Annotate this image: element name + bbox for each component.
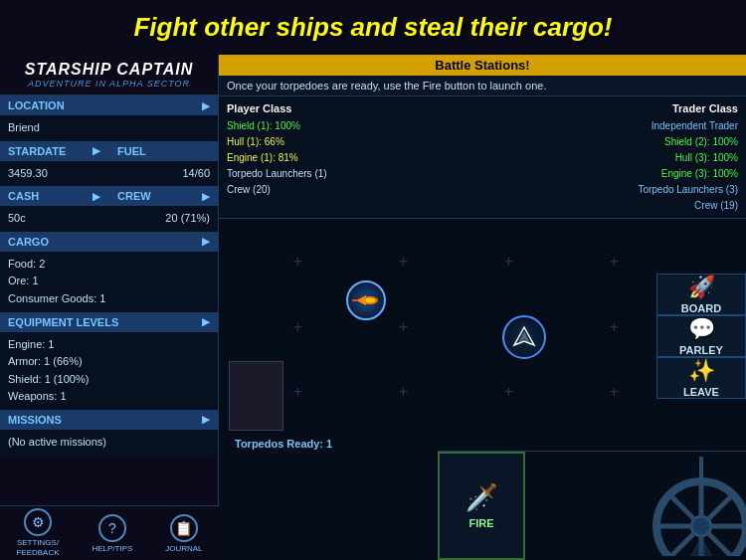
enemy-ship-container <box>502 315 546 359</box>
equipment-item-1: Armor: 1 (66%) <box>8 353 210 371</box>
fire-button[interactable]: 🗡️ FIRE <box>438 452 525 560</box>
settings-label: SETTINGS/FEEDBACK <box>16 538 59 557</box>
settings-button[interactable]: ⚙ SETTINGS/FEEDBACK <box>16 508 59 557</box>
trader-stats: Trader Class Independent Trader Shield (… <box>638 100 738 214</box>
player-stat-4: Crew (20) <box>227 182 327 198</box>
steering-wheel[interactable] <box>632 457 746 556</box>
crew-header[interactable]: CREW ▶ <box>109 186 218 206</box>
parley-icon: 💬 <box>688 316 715 342</box>
cash-header[interactable]: CASH ▶ <box>0 186 109 206</box>
stardate-fuel-content: 3459.30 14/60 <box>0 161 218 187</box>
cargo-item-1: Ore: 1 <box>8 273 210 290</box>
help-icon: ? <box>98 514 126 542</box>
player-stat-1: Hull (1): 66% <box>227 134 327 150</box>
cargo-item-2: Consumer Goods: 1 <box>8 290 210 308</box>
missions-content: (No active missions) <box>0 430 218 456</box>
equipment-content: Engine: 1 Armor: 1 (66%) Shield: 1 (100%… <box>0 332 218 410</box>
grid-cross: + <box>504 383 513 401</box>
location-content: Briend <box>0 115 218 141</box>
grid-cross: + <box>399 318 408 336</box>
headline: Fight other ships and steal their cargo! <box>133 12 612 43</box>
help-button[interactable]: ? HELP/TIPS <box>92 514 132 553</box>
cargo-content: Food: 2 Ore: 1 Consumer Goods: 1 <box>0 252 218 312</box>
cash-crew-content: 50c 20 (71%) <box>0 206 218 232</box>
board-icon: 🚀 <box>688 275 715 300</box>
location-arrow: ▶ <box>202 100 210 111</box>
journal-button[interactable]: 📋 JOURNAL <box>165 514 202 553</box>
enemy-ship <box>502 315 546 359</box>
equipment-item-3: Weapons: 1 <box>8 388 210 406</box>
missions-arrow: ▶ <box>202 414 210 425</box>
torpedo-icon <box>352 291 380 309</box>
trader-class-label: Trader Class <box>638 100 738 118</box>
fire-icon: 🗡️ <box>466 482 497 513</box>
torpedo-ready-text: Torpedos Ready: 1 <box>235 438 332 450</box>
missions-value: (No active missions) <box>8 434 210 452</box>
stats-row: Player Class Shield (1): 100% Hull (1): … <box>219 96 746 219</box>
journal-icon: 📋 <box>170 514 198 542</box>
equipment-item-0: Engine: 1 <box>8 336 210 354</box>
trader-stat-3: Torpedo Launchers (3) <box>638 182 738 198</box>
cash-value: 50c <box>8 210 26 228</box>
equipment-arrow: ▶ <box>202 316 210 327</box>
equipment-header[interactable]: EQUIPMENT LEVELS ▶ <box>0 312 218 332</box>
grid-cross: + <box>610 318 619 336</box>
location-header[interactable]: LOCATION ▶ <box>0 95 218 115</box>
grid-cross: + <box>293 253 302 271</box>
game-area: Battle Stations! Once your torpedoes are… <box>219 55 746 560</box>
helm-area <box>525 452 746 560</box>
crew-arrow: ▶ <box>202 191 210 202</box>
grid-cross: + <box>610 253 619 271</box>
svg-line-13 <box>669 533 694 556</box>
parley-label: PARLEY <box>679 344 723 356</box>
brand-title: STARSHIP CAPTAIN <box>8 61 210 79</box>
cargo-arrow: ▶ <box>202 236 210 247</box>
board-button[interactable]: 🚀 BOARD <box>656 274 746 315</box>
cargo-header[interactable]: CARGO ▶ <box>0 232 218 252</box>
leave-label: LEAVE <box>683 386 719 398</box>
player-ship-container <box>346 280 386 320</box>
grid-cross: + <box>504 253 513 271</box>
journal-label: JOURNAL <box>165 544 202 553</box>
sidebar-brand: STARSHIP CAPTAIN ADVENTURE IN ALPHA SECT… <box>0 55 218 95</box>
grid-cross: + <box>610 383 619 401</box>
player-class-label: Player Class <box>227 100 327 118</box>
equipment-item-2: Shield: 1 (100%) <box>8 371 210 389</box>
cash-arrow: ▶ <box>93 191 100 202</box>
player-stats: Player Class Shield (1): 100% Hull (1): … <box>227 100 327 214</box>
stardate-header[interactable]: STARDATE ▶ <box>0 141 109 161</box>
help-label: HELP/TIPS <box>92 544 132 553</box>
grid-cross: + <box>293 383 302 401</box>
grid-cross: + <box>293 318 302 336</box>
leave-button[interactable]: ✨ LEAVE <box>656 357 746 399</box>
top-banner: Fight other ships and steal their cargo! <box>0 0 746 55</box>
location-value: Briend <box>8 119 210 137</box>
right-actions: 🚀 BOARD 💬 PARLEY ✨ LEAVE <box>656 274 746 326</box>
brand-subtitle: ADVENTURE IN ALPHA SECTOR <box>8 79 210 89</box>
crew-value: 20 (71%) <box>165 210 210 228</box>
trader-stat-2: Engine (3): 100% <box>638 166 738 182</box>
missions-header[interactable]: MISSIONS ▶ <box>0 410 218 430</box>
player-stat-3: Torpedo Launchers (1) <box>227 166 327 182</box>
battle-sub-text: Once your torpedoes are ready, use the F… <box>227 80 546 92</box>
settings-icon: ⚙ <box>24 508 52 536</box>
svg-line-9 <box>708 494 733 519</box>
svg-line-15 <box>669 494 694 519</box>
battle-controls: 🗡️ FIRE <box>438 451 746 560</box>
player-stat-0: Shield (1): 100% <box>227 118 327 134</box>
svg-point-1 <box>365 298 375 303</box>
cash-crew-row: CASH ▶ CREW ▶ <box>0 186 218 206</box>
stardate-arrow: ▶ <box>93 145 100 156</box>
stardate-fuel-row: STARDATE ▶ FUEL <box>0 141 218 161</box>
bottom-toolbar: ⚙ SETTINGS/FEEDBACK ? HELP/TIPS 📋 JOURNA… <box>0 505 219 560</box>
torpedo-status: Torpedos Ready: 1 <box>227 435 340 453</box>
trader-stat-4: Crew (19) <box>638 198 738 214</box>
space-grid: + + + + + + + + + + + <box>219 219 746 436</box>
leave-icon: ✨ <box>688 358 715 384</box>
small-card <box>229 361 283 431</box>
fire-label: FIRE <box>468 517 493 529</box>
fuel-header[interactable]: FUEL <box>109 141 218 161</box>
cargo-item-0: Food: 2 <box>8 256 210 274</box>
parley-button[interactable]: 💬 PARLEY <box>656 315 746 357</box>
player-stat-2: Engine (1): 81% <box>227 150 327 166</box>
